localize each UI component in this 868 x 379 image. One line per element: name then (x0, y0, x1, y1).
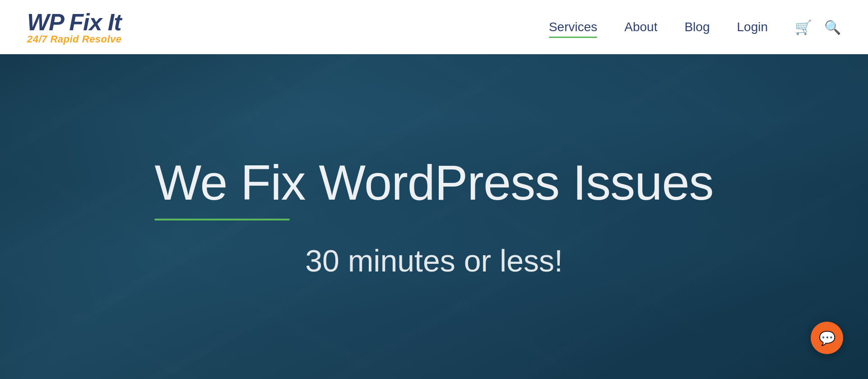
nav-icons: 🛒 🔍 (795, 19, 841, 35)
hero-section: We Fix WordPress Issues 30 minutes or le… (0, 54, 868, 379)
header: WP Fix It 24/7 Rapid Resolve Services Ab… (0, 0, 868, 54)
cart-icon[interactable]: 🛒 (795, 19, 812, 35)
nav-item-login[interactable]: Login (737, 20, 768, 34)
logo-main-text: WP Fix It (27, 9, 122, 35)
hero-subtitle: 30 minutes or less! (154, 243, 713, 278)
chat-bubble-icon: 💬 (819, 330, 836, 346)
logo[interactable]: WP Fix It 24/7 Rapid Resolve (27, 9, 122, 44)
nav-item-services[interactable]: Services (549, 20, 597, 34)
logo-sub-text: 24/7 Rapid Resolve (27, 34, 122, 45)
hero-content: We Fix WordPress Issues 30 minutes or le… (118, 155, 749, 278)
hero-underline-accent (154, 219, 290, 220)
search-icon[interactable]: 🔍 (824, 19, 841, 35)
chat-bubble-button[interactable]: 💬 (811, 322, 843, 354)
nav-item-about[interactable]: About (624, 20, 657, 34)
nav-item-blog[interactable]: Blog (684, 20, 710, 34)
main-nav: Services About Blog Login 🛒 🔍 (549, 19, 841, 35)
hero-title: We Fix WordPress Issues (154, 155, 713, 210)
